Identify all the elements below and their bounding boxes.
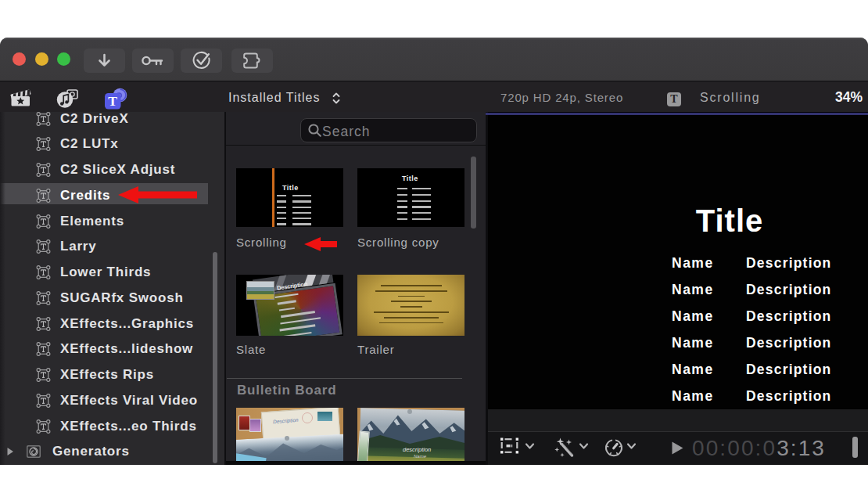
svg-text:T: T [108,93,117,109]
